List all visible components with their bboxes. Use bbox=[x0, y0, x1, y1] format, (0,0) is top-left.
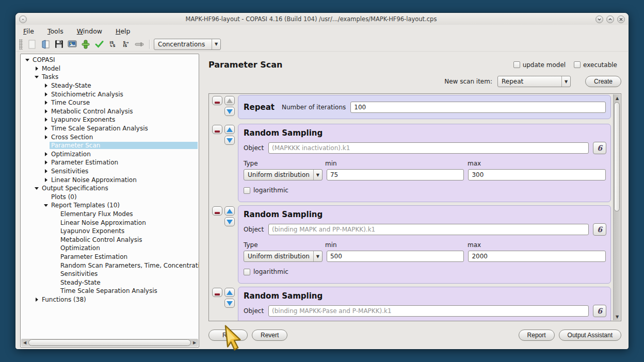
tree-item-optimization[interactable]: Optimization bbox=[21, 244, 199, 253]
menu-help[interactable]: Help bbox=[116, 27, 131, 35]
scroll-right-icon[interactable]: ▶ bbox=[191, 340, 198, 345]
tree-item-steady-state[interactable]: Steady-State bbox=[21, 81, 199, 90]
tree-item-sensitivities[interactable]: Sensitivities bbox=[21, 167, 199, 176]
s-to-is-icon[interactable]: S→IS bbox=[119, 39, 133, 50]
report-button[interactable]: Report bbox=[519, 330, 555, 341]
tree-item-plots-0[interactable]: Plots (0) bbox=[21, 193, 199, 202]
tree-expand-down-icon[interactable] bbox=[24, 59, 31, 61]
executable-checkbox[interactable]: executable bbox=[574, 61, 617, 69]
max-input[interactable] bbox=[468, 169, 606, 180]
object-input[interactable] bbox=[268, 142, 589, 154]
tree-item-lyapunov-exponents[interactable]: Lyapunov Exponents bbox=[21, 227, 199, 236]
tree-item-time-scale-separation-analysis[interactable]: Time Scale Separation Analysis bbox=[21, 124, 199, 133]
tree-expand-right-icon[interactable] bbox=[42, 92, 50, 96]
tree-expand-right-icon[interactable] bbox=[42, 84, 50, 88]
remove-scan-item-button[interactable] bbox=[212, 206, 222, 216]
tree-item-report-templates-10[interactable]: Report Templates (10) bbox=[21, 201, 199, 210]
remove-scan-item-button[interactable] bbox=[212, 125, 222, 134]
remove-scan-item-button[interactable] bbox=[212, 288, 222, 297]
tree-expand-right-icon[interactable] bbox=[42, 152, 50, 156]
menu-file[interactable]: File bbox=[23, 27, 34, 35]
max-input[interactable] bbox=[468, 251, 606, 262]
tree-item-time-course[interactable]: Time Course bbox=[21, 98, 199, 107]
tree-item-copasi[interactable]: COPASI bbox=[21, 56, 199, 64]
tree-item-linear-noise-approximation[interactable]: Linear Noise Approximation bbox=[21, 218, 199, 227]
run-button[interactable]: Run bbox=[208, 330, 248, 341]
tree-item-steady-state[interactable]: Steady-State bbox=[21, 278, 199, 287]
is-to-s-icon[interactable]: IS↳S bbox=[106, 39, 119, 50]
move-item-up-button[interactable] bbox=[224, 96, 235, 105]
new-document-icon[interactable] bbox=[25, 39, 39, 50]
close-button[interactable] bbox=[617, 15, 625, 23]
window-menu-button[interactable] bbox=[19, 15, 27, 23]
checkbox-icon[interactable] bbox=[574, 61, 581, 68]
tree-item-linear-noise-approximation[interactable]: Linear Noise Approximation bbox=[21, 175, 199, 184]
menu-tools[interactable]: Tools bbox=[47, 27, 63, 35]
scroll-left-icon[interactable]: ◀ bbox=[21, 340, 28, 345]
move-item-down-button[interactable] bbox=[224, 299, 235, 308]
min-input[interactable] bbox=[327, 251, 464, 262]
tree-item-cross-section[interactable]: Cross Section bbox=[21, 133, 199, 141]
open-document-icon[interactable] bbox=[39, 39, 52, 50]
checkbox-icon[interactable] bbox=[244, 269, 250, 275]
move-item-down-button[interactable] bbox=[224, 136, 235, 145]
move-item-down-button[interactable] bbox=[224, 217, 235, 226]
tree-item-model[interactable]: Model bbox=[21, 64, 199, 73]
tree-item-output-specifications[interactable]: Output Specifications bbox=[21, 184, 199, 193]
concentrations-combobox[interactable]: Concentrations ▼ bbox=[154, 39, 221, 50]
move-item-down-button[interactable] bbox=[224, 107, 235, 116]
iterations-input[interactable] bbox=[350, 102, 606, 113]
tree-horizontal-scrollbar[interactable]: ◀ ▶ bbox=[21, 339, 198, 347]
revert-button[interactable]: Revert bbox=[252, 330, 287, 341]
distribution-combobox[interactable]: Uniform distribution▼ bbox=[244, 169, 323, 180]
save-icon[interactable] bbox=[52, 39, 66, 50]
object-select-button[interactable]: 6 bbox=[593, 142, 606, 154]
tree-expand-right-icon[interactable] bbox=[42, 118, 50, 122]
update-model-checkbox[interactable]: update model bbox=[513, 61, 566, 69]
move-item-up-button[interactable] bbox=[224, 206, 235, 216]
tree-expand-right-icon[interactable] bbox=[33, 298, 40, 302]
tree-expand-right-icon[interactable] bbox=[42, 109, 50, 113]
logarithmic-checkbox[interactable]: logarithmic bbox=[244, 187, 610, 194]
tree-item-functions-38[interactable]: Functions (38) bbox=[21, 295, 199, 304]
tree-item-lyapunov-exponents[interactable]: Lyapunov Exponents bbox=[21, 116, 199, 124]
tree-expand-down-icon[interactable] bbox=[33, 187, 40, 190]
distribution-combobox[interactable]: Uniform distribution▼ bbox=[244, 251, 323, 262]
slider-icon[interactable] bbox=[133, 39, 146, 50]
tree-expand-right-icon[interactable] bbox=[42, 178, 50, 182]
menu-window[interactable]: Window bbox=[77, 27, 102, 35]
tree-expand-right-icon[interactable] bbox=[42, 135, 50, 139]
object-select-button[interactable]: 6 bbox=[593, 223, 606, 236]
export-image-icon[interactable] bbox=[66, 39, 79, 50]
create-button[interactable]: Create bbox=[585, 76, 621, 87]
minimize-button[interactable] bbox=[595, 15, 603, 23]
tree-item-random-scan-parameters-time-concentrations[interactable]: Random Scan Parameters, Time, Concentrat… bbox=[21, 261, 199, 270]
tree-item-tasks[interactable]: Tasks bbox=[21, 73, 199, 81]
tree-expand-right-icon[interactable] bbox=[42, 169, 50, 173]
move-item-up-button[interactable] bbox=[224, 125, 235, 134]
scan-vertical-scrollbar[interactable]: ▲ ▼ bbox=[613, 94, 620, 320]
tree-item-time-scale-separation-analysis[interactable]: Time Scale Separation Analysis bbox=[21, 287, 199, 295]
object-select-button[interactable]: 6 bbox=[593, 305, 606, 317]
scroll-down-icon[interactable]: ▼ bbox=[614, 313, 621, 320]
checkbox-icon[interactable] bbox=[244, 187, 250, 194]
tree-item-parameter-estimation[interactable]: Parameter Estimation bbox=[21, 158, 199, 167]
scroll-up-icon[interactable]: ▲ bbox=[614, 94, 621, 102]
tree-expand-right-icon[interactable] bbox=[33, 67, 40, 71]
tree-item-stoichiometric-analysis[interactable]: Stoichiometric Analysis bbox=[21, 90, 199, 98]
tree-expand-right-icon[interactable] bbox=[42, 101, 50, 105]
toolbar-drag-handle[interactable] bbox=[19, 39, 23, 50]
tree-item-parameter-scan[interactable]: Parameter Scan bbox=[21, 141, 199, 150]
output-assistant-button[interactable]: Output Assistant bbox=[559, 330, 621, 341]
min-input[interactable] bbox=[327, 169, 464, 180]
scan-scrollbar-thumb[interactable] bbox=[614, 102, 620, 211]
tree-item-metabolic-control-analysis[interactable]: Metabolic Control Analysis bbox=[21, 235, 199, 244]
object-input[interactable] bbox=[268, 305, 589, 317]
tree-item-parameter-estimation[interactable]: Parameter Estimation bbox=[21, 253, 199, 261]
remove-scan-item-button[interactable] bbox=[212, 96, 222, 105]
tree-item-metabolic-control-analysis[interactable]: Metabolic Control Analysis bbox=[21, 107, 199, 116]
tree-item-elementary-flux-modes[interactable]: Elementary Flux Modes bbox=[21, 210, 199, 219]
checkbox-icon[interactable] bbox=[513, 61, 520, 68]
tree-item-optimization[interactable]: Optimization bbox=[21, 150, 199, 159]
tree-expand-down-icon[interactable] bbox=[42, 204, 50, 207]
